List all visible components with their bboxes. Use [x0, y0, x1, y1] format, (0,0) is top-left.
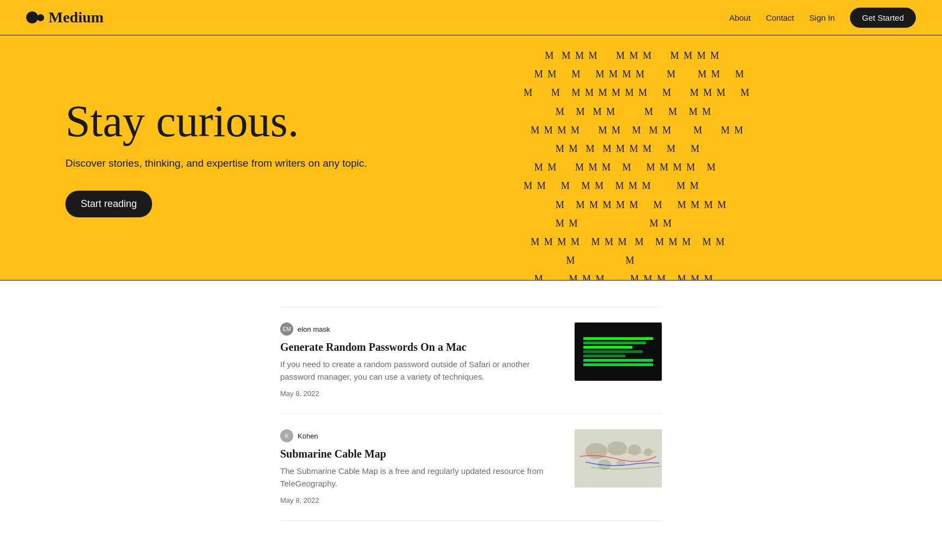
- hero-section: Stay curious. Discover stories, thinking…: [0, 35, 942, 281]
- hero-title: Stay curious.: [65, 98, 485, 145]
- author-name: Kohen: [298, 432, 318, 440]
- logo-circle-big: [26, 11, 38, 23]
- article-thumbnail: [575, 322, 662, 381]
- article-title[interactable]: Generate Random Passwords On a Mac: [280, 340, 557, 354]
- header-nav: About Contact Sign In Get Started: [729, 8, 916, 28]
- author-avatar: EM: [280, 322, 293, 336]
- start-reading-button[interactable]: Start reading: [65, 191, 152, 217]
- logo-text: Medium: [49, 9, 104, 26]
- m-pattern: M M M M M M M M M M M M M M M M M M M M …: [518, 35, 942, 280]
- article-description: If you need to create a random password …: [280, 358, 557, 383]
- logo-icon: [26, 11, 44, 23]
- article-thumbnail: [575, 429, 662, 488]
- logo-circle-small: [37, 14, 44, 21]
- author-row: K Kohen: [280, 429, 557, 442]
- nav-about[interactable]: About: [729, 13, 751, 22]
- articles-list: EM elon mask Generate Random Passwords O…: [280, 307, 662, 521]
- article-date: May 8, 2022: [280, 389, 319, 398]
- svg-rect-0: [575, 429, 662, 488]
- author-name: elon mask: [298, 325, 330, 333]
- logo[interactable]: Medium: [26, 9, 104, 26]
- article-title[interactable]: Submarine Cable Map: [280, 447, 557, 461]
- hero-subtitle: Discover stories, thinking, and expertis…: [65, 156, 485, 172]
- hero-right: M M M M M M M M M M M M M M M M M M M M …: [518, 35, 942, 280]
- nav-contact[interactable]: Contact: [766, 13, 794, 22]
- hero-left: Stay curious. Discover stories, thinking…: [0, 35, 518, 280]
- author-row: EM elon mask: [280, 322, 557, 336]
- article-card[interactable]: EM elon mask Generate Random Passwords O…: [280, 307, 662, 414]
- article-meta: EM elon mask Generate Random Passwords O…: [280, 322, 557, 398]
- author-avatar: K: [280, 429, 293, 442]
- header: Medium About Contact Sign In Get Started: [0, 0, 942, 35]
- get-started-button[interactable]: Get Started: [850, 8, 916, 28]
- article-card[interactable]: K Kohen Submarine Cable Map The Submarin…: [280, 414, 662, 521]
- content-section: EM elon mask Generate Random Passwords O…: [0, 281, 942, 547]
- article-meta: K Kohen Submarine Cable Map The Submarin…: [280, 429, 557, 505]
- svg-point-3: [628, 445, 641, 455]
- svg-point-2: [607, 441, 627, 455]
- article-description: The Submarine Cable Map is a free and re…: [280, 465, 557, 490]
- article-date: May 8, 2022: [280, 496, 319, 504]
- nav-signin[interactable]: Sign In: [810, 13, 835, 22]
